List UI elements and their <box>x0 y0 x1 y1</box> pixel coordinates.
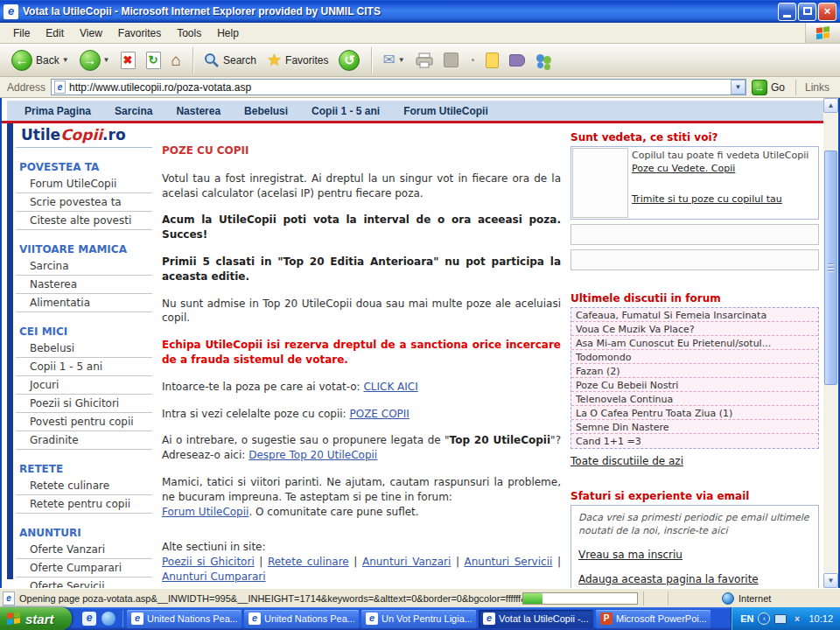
ie-task-icon: e <box>248 612 261 625</box>
taskbar-window-1[interactable]: e United Nations Pea... <box>127 610 242 628</box>
scrollbar-thumb[interactable] <box>824 150 837 385</box>
taskbar-window-3[interactable]: e Un Vot Pentru Ligia... <box>361 610 476 628</box>
research-button[interactable] <box>505 52 529 68</box>
forum-topic[interactable]: Voua Ce Muzik Va Place? <box>571 322 818 336</box>
taskbar-window-2[interactable]: e United Nations Pea... <box>244 610 359 628</box>
sidebar-item-oferte-cumparari[interactable]: Oferte Cumparari <box>16 559 152 578</box>
link-anunturi-servicii[interactable]: Anunturi Servicii <box>465 556 553 568</box>
forum-topic[interactable]: Todomondo <box>571 350 818 364</box>
forum-topic[interactable]: Cafeaua, Fumatul Si Femeia Insarcinata <box>571 308 818 322</box>
forward-dropdown-icon[interactable]: ▼ <box>103 56 110 64</box>
toolbar-separator <box>192 47 194 74</box>
home-icon: ⌂ <box>172 52 181 69</box>
forum-topic[interactable]: Telenovela Continua <box>571 392 818 406</box>
quick-launch-app-icon[interactable] <box>102 612 116 626</box>
scroll-up-icon[interactable]: ▲ <box>823 98 838 113</box>
discuss-button[interactable] <box>481 51 503 70</box>
forward-button[interactable]: → ▼ <box>75 48 115 73</box>
nav-forum[interactable]: Forum UtileCopii <box>403 105 488 117</box>
sidebar-item-alimentatia[interactable]: Alimentatia <box>16 294 152 312</box>
back-button[interactable]: ← Back ▼ <box>7 48 74 73</box>
menu-file[interactable]: File <box>5 24 38 42</box>
mail-dropdown-icon[interactable]: ▼ <box>398 56 405 64</box>
nav-copii-1-5[interactable]: Copii 1 - 5 ani <box>312 105 380 117</box>
menu-help[interactable]: Help <box>209 24 247 42</box>
sidebar-item-copii-1-5[interactable]: Copii 1 - 5 ani <box>16 358 152 376</box>
forum-utilecopii-link[interactable]: Forum UtileCopii <box>162 506 248 518</box>
sidebar-item-jocuri[interactable]: Jocuri <box>16 376 152 395</box>
sidebar-item-citeste-povesti[interactable]: Citeste alte povesti <box>16 212 152 230</box>
network-icon[interactable] <box>774 614 787 624</box>
sidebar-item-bebelusi[interactable]: Bebelusi <box>16 340 152 358</box>
sidebar-item-sarcina[interactable]: Sarcina <box>16 257 152 276</box>
messenger-button[interactable] <box>531 51 557 70</box>
refresh-button[interactable]: ↻ <box>142 50 165 71</box>
vertical-scrollbar[interactable]: ▲ ▼ <box>823 98 838 588</box>
forum-topic[interactable]: Fazan (2) <box>571 364 818 378</box>
start-button[interactable]: start <box>0 607 72 630</box>
links-label[interactable]: Links <box>795 80 830 95</box>
close-button[interactable]: × <box>818 3 836 21</box>
history-button[interactable]: ↺ <box>334 48 364 73</box>
sidebar-item-retete-culinare[interactable]: Retete culinare <box>16 477 152 495</box>
edit-button[interactable] <box>439 51 463 69</box>
despre-top20-link[interactable]: Despre Top 20 UtileCopii <box>248 449 377 461</box>
add-favorites-link[interactable]: Adauga aceasta pagina la favorite <box>578 572 759 587</box>
taskbar-window-4-active[interactable]: e Votat la UtileCopii -... <box>479 610 593 628</box>
menu-edit[interactable]: Edit <box>38 24 72 42</box>
scroll-down-icon[interactable]: ▼ <box>823 573 838 588</box>
muted-speaker-icon[interactable]: × <box>791 613 802 625</box>
discuss-note-icon <box>486 52 499 68</box>
link-anunturi-cumparari[interactable]: Anunturi Cumparari <box>162 570 266 583</box>
poze-copii-link[interactable]: POZE COPII <box>349 408 409 420</box>
page-icon: e <box>54 80 66 94</box>
forum-topic[interactable]: Cand 1+1 =3 <box>571 434 818 448</box>
taskbar-window-5[interactable]: P Microsoft PowerPoi... <box>596 610 710 628</box>
sidebar-item-oferte-servicii[interactable]: Oferte Servicii <box>16 578 152 588</box>
search-button[interactable]: Search <box>200 51 261 70</box>
go-button[interactable]: → Go <box>752 80 785 95</box>
all-discussions-link[interactable]: Toate discutiile de azi <box>570 455 683 467</box>
forum-topic[interactable]: Asa Mi-am Cunoscut Eu Prietenul/sotul... <box>571 336 818 350</box>
forum-topic[interactable]: La O Cafea Pentru Toata Ziua (1) <box>571 406 818 420</box>
sidebar-item-retete-copii[interactable]: Retete pentru copii <box>16 495 152 514</box>
poze-vedete-link[interactable]: Poze cu Vedete. Copii <box>632 163 735 176</box>
forum-topic[interactable]: Semne Din Nastere <box>571 420 818 434</box>
back-dropdown-icon[interactable]: ▼ <box>62 56 69 64</box>
sidebar-item-poezii[interactable]: Poezii si Ghicitori <box>16 395 152 413</box>
menu-view[interactable]: View <box>72 24 110 42</box>
sidebar-item-gradinite[interactable]: Gradinite <box>16 431 152 450</box>
sidebar-item-oferte-vanzari[interactable]: Oferte Vanzari <box>16 541 152 559</box>
nav-prima-pagina[interactable]: Prima Pagina <box>24 105 91 117</box>
sidebar-item-povesti-copii[interactable]: Povesti pentru copii <box>16 413 152 431</box>
print-button[interactable] <box>411 51 438 70</box>
forum-topic[interactable]: Poze Cu Bebeii Nostri <box>571 378 818 392</box>
maximize-button[interactable] <box>798 3 816 21</box>
menu-tools[interactable]: Tools <box>169 24 209 42</box>
sidebar-item-forum-utilecopii[interactable]: Forum UtileCopii <box>16 175 152 193</box>
address-dropdown-icon[interactable]: ▼ <box>731 80 746 94</box>
menu-favorites[interactable]: Favorites <box>110 24 169 42</box>
trimite-poze-link[interactable]: Trimite si tu poze cu copilul tau <box>632 193 782 206</box>
link-retete-culinare[interactable]: Retete culinare <box>268 556 349 568</box>
subscribe-link[interactable]: Vreau sa ma inscriu <box>578 548 682 563</box>
nav-bebelusi[interactable]: Bebelusi <box>244 105 288 117</box>
stop-button[interactable]: ✖ <box>116 50 140 71</box>
sidebar-item-scrie-povestea[interactable]: Scrie povestea ta <box>16 193 152 212</box>
tray-chevron-icon[interactable]: ‹ <box>758 612 770 625</box>
sidebar-item-nasterea[interactable]: Nasterea <box>16 276 152 294</box>
favorites-button[interactable]: ★ Favorites <box>262 50 332 71</box>
nav-sarcina[interactable]: Sarcina <box>115 105 152 117</box>
click-aici-link[interactable]: CLICK AICI <box>363 381 417 393</box>
quick-launch-ie-icon[interactable]: e <box>82 612 96 626</box>
nav-nasterea[interactable]: Nasterea <box>176 105 220 117</box>
site-logo[interactable]: UtileCopii.ro <box>16 124 152 148</box>
link-anunturi-vanzari[interactable]: Anunturi Vanzari <box>362 556 451 568</box>
minimize-button[interactable] <box>778 3 796 21</box>
link-poezii-ghicitori[interactable]: Poezii si Ghicitori <box>162 556 255 568</box>
language-indicator[interactable]: EN <box>740 613 753 624</box>
address-input[interactable]: e http://www.utilecopii.ro/poza-votata.a… <box>51 79 746 95</box>
mail-button[interactable]: ✉ ▼ <box>378 50 409 71</box>
home-button[interactable]: ⌂ <box>167 50 186 71</box>
other-sections-label: Alte sectiuni in site: <box>162 541 266 553</box>
